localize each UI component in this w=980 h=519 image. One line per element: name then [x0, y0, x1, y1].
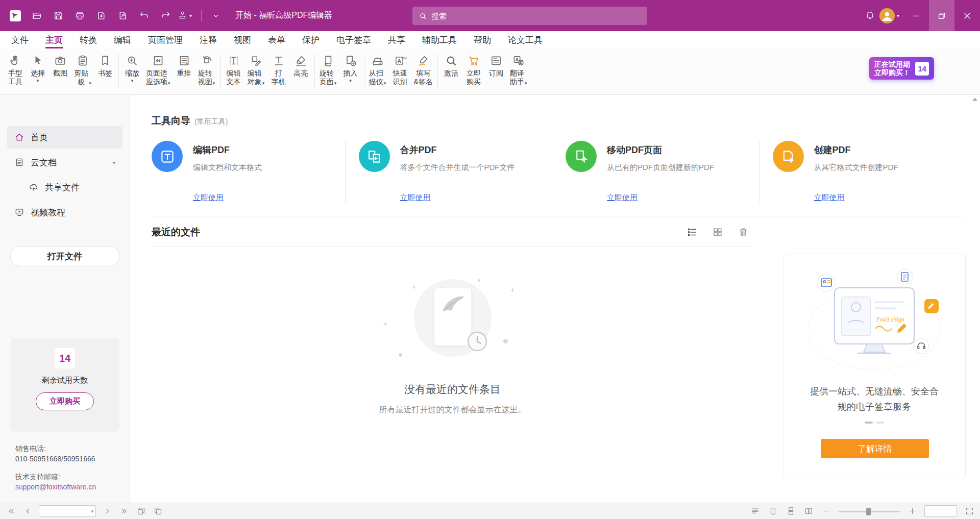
chevron-down-icon	[131, 78, 134, 84]
ribbon-translate-assistant-button[interactable]: 翻译 助手	[507, 51, 530, 86]
grid-view-icon[interactable]	[712, 226, 724, 238]
sign-stamp-button[interactable]: ▾	[178, 7, 196, 25]
restore-button[interactable]	[929, 0, 954, 31]
zoom-in-icon[interactable]	[906, 506, 918, 517]
menu-page-management[interactable]: 页面管理	[148, 31, 183, 48]
save-button[interactable]	[49, 7, 67, 25]
support-email-link[interactable]: support@foxitsoftware.cn	[15, 482, 96, 492]
ribbon-edit-object-button[interactable]: 编辑 对象	[245, 51, 267, 86]
ribbon-zoom-button[interactable]: 缩放	[121, 51, 143, 84]
ribbon-hand-tool-button[interactable]: 手型 工具	[4, 51, 27, 86]
continuous-view-icon[interactable]	[785, 506, 796, 517]
menu-home[interactable]: 主页	[45, 31, 63, 48]
ribbon-bookmark-button[interactable]: 书签	[94, 51, 116, 78]
open-folder-button[interactable]	[28, 7, 46, 25]
window-title: 开始 - 福昕高级PDF编辑器	[235, 10, 332, 21]
ribbon-fit-page-button[interactable]: 页面适 应选项	[143, 51, 173, 86]
ribbon-activate-button[interactable]: 激活	[440, 51, 462, 78]
ribbon-snapshot-button[interactable]: 截图	[49, 51, 71, 78]
zoom-slider-thumb[interactable]	[866, 508, 871, 515]
sidebar-item-home[interactable]: 首页	[7, 126, 122, 149]
export-pdf-button[interactable]	[92, 7, 110, 25]
ribbon-reflow-button[interactable]: 重排	[173, 51, 195, 78]
ribbon-from-scanner-button[interactable]: 从扫 描仪	[366, 51, 389, 86]
ribbon-subscribe-button[interactable]: 订阅	[485, 51, 507, 78]
use-now-link[interactable]: 立即使用	[814, 193, 845, 203]
account-chevron-icon[interactable]: ▾	[897, 13, 899, 18]
ribbon-edit-text-button[interactable]: 编辑 文本	[223, 51, 245, 86]
undo-button[interactable]	[135, 7, 153, 25]
ribbon-rotate-pages-button[interactable]: 旋转 页面	[317, 51, 339, 86]
trash-icon[interactable]	[737, 226, 749, 238]
sidebar-item-video-tutorials[interactable]: 视频教程	[7, 201, 122, 224]
menu-edit[interactable]: 编辑	[114, 31, 131, 48]
minimize-button[interactable]	[903, 0, 929, 31]
facing-view-icon[interactable]	[803, 506, 814, 517]
tool-card-desc: 编辑文档和文本格式	[193, 163, 262, 172]
main-content: 工具向导 (常用工具) 编辑PDF 编辑文档和文本格式 立即使用	[130, 95, 980, 503]
learn-more-button[interactable]: 了解详情	[821, 439, 929, 458]
list-view-icon[interactable]	[686, 226, 698, 238]
fit-page-icon	[152, 53, 165, 69]
next-view-icon[interactable]	[152, 506, 163, 517]
chevron-down-icon[interactable]: ▾	[113, 160, 115, 165]
fullscreen-icon[interactable]	[964, 506, 975, 517]
search-input[interactable]	[431, 12, 641, 20]
menu-protect[interactable]: 保护	[302, 31, 320, 48]
scrollbar-up-arrow[interactable]	[972, 97, 977, 101]
ribbon-buy-now-button[interactable]: 立即 购买	[462, 51, 485, 86]
use-now-link[interactable]: 立即使用	[193, 193, 224, 203]
user-avatar[interactable]	[879, 8, 895, 23]
menu-accessibility[interactable]: 辅助工具	[422, 31, 457, 48]
menu-comment[interactable]: 注释	[200, 31, 217, 48]
close-button[interactable]	[954, 0, 980, 31]
ribbon-ocr-button[interactable]: OCR 快速 识别	[389, 51, 411, 86]
ribbon-highlight-button[interactable]: 高亮	[290, 51, 312, 78]
ribbon-insert-button[interactable]: 插入	[339, 51, 362, 84]
single-page-view-icon[interactable]	[767, 506, 778, 517]
use-now-link[interactable]: 立即使用	[400, 193, 431, 203]
menu-convert[interactable]: 转换	[80, 31, 97, 48]
menu-help[interactable]: 帮助	[474, 31, 491, 48]
customize-toolbar-button[interactable]	[207, 7, 225, 25]
page-number-input[interactable]	[39, 507, 140, 515]
svg-text:OCR: OCR	[401, 56, 406, 59]
first-page-icon[interactable]	[5, 506, 16, 517]
share-doc-button[interactable]	[113, 7, 132, 25]
use-now-link[interactable]: 立即使用	[607, 193, 638, 203]
sidebar-item-cloud-docs[interactable]: 云文档 ▾	[7, 151, 122, 174]
search-box[interactable]	[412, 7, 647, 25]
menu-view[interactable]: 视图	[234, 31, 251, 48]
ribbon-typewriter-button[interactable]: 打 字机	[267, 51, 290, 86]
zoom-value-box[interactable]	[924, 505, 957, 517]
ribbon-fill-sign-button[interactable]: 填写 &签名	[411, 51, 435, 86]
carousel-dot[interactable]	[876, 422, 884, 424]
menu-esign[interactable]: 电子签章	[336, 31, 371, 48]
carousel-dot-active[interactable]	[865, 422, 873, 424]
sidebar-item-shared-files[interactable]: 共享文件	[7, 176, 122, 199]
prev-page-icon[interactable]	[22, 506, 33, 517]
ribbon-select-button[interactable]: 选择	[27, 51, 49, 84]
foxit-logo	[6, 7, 24, 25]
zoom-value-input[interactable]	[925, 506, 957, 516]
print-button[interactable]	[70, 7, 89, 25]
ribbon-rotate-view-button[interactable]: 旋转 视图	[195, 51, 218, 86]
buy-now-button[interactable]: 立即购买	[36, 392, 94, 410]
reading-layout-icon[interactable]	[749, 506, 761, 517]
ribbon-clipboard-button[interactable]: 剪贴 板	[71, 51, 94, 86]
page-number-box[interactable]	[39, 505, 96, 517]
carousel-dots[interactable]	[865, 422, 884, 424]
chevron-down-icon[interactable]	[91, 509, 93, 514]
redo-button[interactable]	[156, 7, 175, 25]
notifications-bell-button[interactable]	[861, 7, 879, 25]
tool-card-title: 合并PDF	[400, 141, 515, 156]
menu-paper-tools[interactable]: 论文工具	[508, 31, 543, 48]
open-file-button[interactable]: 打开文件	[10, 246, 119, 266]
zoom-out-icon[interactable]	[821, 506, 832, 517]
sparkle-dot	[399, 353, 402, 357]
menu-file[interactable]: 文件	[11, 31, 29, 48]
menu-share[interactable]: 共享	[388, 31, 405, 48]
trial-period-badge[interactable]: 正在试用期 立即购买！ 14	[869, 57, 934, 80]
zoom-slider[interactable]	[839, 506, 900, 517]
menu-form[interactable]: 表单	[268, 31, 285, 48]
